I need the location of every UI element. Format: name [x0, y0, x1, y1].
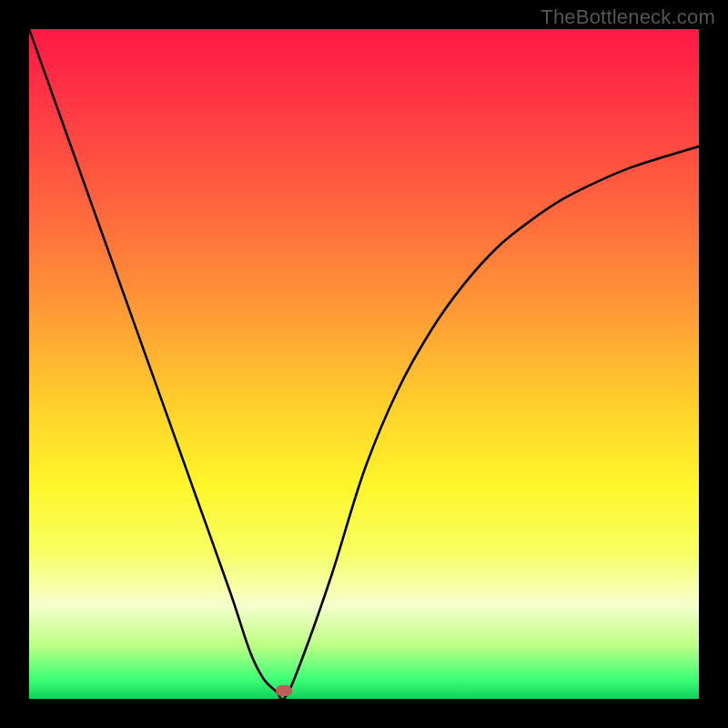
chart-root: TheBottleneck.com — [0, 0, 728, 728]
curve-path — [29, 29, 699, 699]
curve-svg — [29, 29, 699, 699]
min-marker — [276, 685, 292, 696]
plot-area — [29, 29, 699, 699]
watermark-text: TheBottleneck.com — [541, 5, 715, 29]
